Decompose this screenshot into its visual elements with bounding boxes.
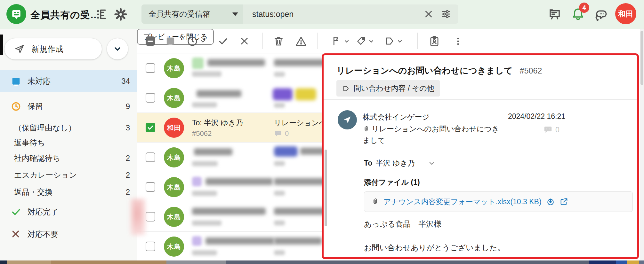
redacted-text — [274, 103, 285, 108]
spam-warning-icon[interactable] — [295, 35, 307, 47]
toolbar-divider — [417, 33, 418, 49]
compose-button[interactable]: 新規作成 — [4, 38, 102, 59]
sidebar-item-taiou-fuyou[interactable]: 対応不要 — [0, 225, 137, 243]
sidebar-item-escalation[interactable]: エスカレーション 2 — [0, 167, 137, 183]
divider — [324, 150, 637, 150]
flag-dropdown-icon[interactable] — [331, 36, 350, 46]
comment-icon — [274, 129, 282, 138]
recipient-row[interactable]: To 半沢 ゆき乃 — [364, 158, 435, 168]
paperclip-icon — [363, 126, 370, 133]
avatar: 木島 — [164, 207, 184, 227]
mark-done-icon[interactable] — [218, 36, 228, 46]
search-input[interactable]: status:open — [252, 10, 294, 19]
avatar: 木島 — [164, 237, 184, 257]
select-all-checkbox[interactable] — [146, 36, 155, 46]
avatar: 木島 — [164, 177, 184, 197]
sidebar: 新規作成 未対応 34 保留 9 （保留理由なし） 3 返事待ち 社内確認待ち — [0, 29, 137, 260]
message-sender-name: 株式会社インゲージ — [363, 112, 430, 122]
redacted-text — [194, 148, 232, 155]
compose-label: 新規作成 — [31, 44, 63, 54]
chat-icon[interactable] — [594, 8, 608, 22]
sidebar-item-horyu[interactable]: 保留 9 — [0, 97, 137, 115]
board-logo-icon — [11, 9, 22, 19]
list-item[interactable]: 木島 — [137, 143, 324, 172]
announcement-board-icon[interactable] — [548, 8, 561, 21]
check-icon — [147, 124, 154, 131]
redacted-text — [192, 191, 217, 196]
category-dropdown-icon[interactable] — [384, 36, 403, 46]
list-item[interactable]: 木島 — [137, 83, 324, 113]
row-checkbox[interactable] — [146, 242, 155, 251]
workspace-switcher-icon[interactable] — [95, 8, 108, 20]
search-filters-icon[interactable] — [440, 9, 451, 19]
list-item[interactable]: 木島 — [137, 172, 324, 202]
sidebar-item-label: （保留理由なし） — [14, 123, 76, 133]
search-inbox-select[interactable]: 全員共有の受信箱 — [141, 4, 243, 24]
list-item[interactable]: 木島 — [137, 232, 324, 260]
redacted-text — [274, 221, 285, 225]
sidebar-item-shanai-kakunin[interactable]: 社内確認待ち 2 — [0, 151, 137, 166]
comment-icon — [543, 125, 553, 135]
compose-dropdown-button[interactable] — [107, 38, 128, 59]
sidebar-item-label: 社内確認待ち — [14, 153, 60, 163]
sidebar-item-label: エスカレーション — [14, 170, 77, 180]
message-datetime: 2024/02/22 16:21 — [508, 112, 565, 121]
to-label: To — [364, 159, 372, 167]
redacted-tag — [274, 146, 298, 157]
avatar: 木島 — [164, 147, 184, 167]
clock-icon — [11, 101, 21, 112]
row-checkbox[interactable] — [146, 212, 155, 221]
gear-icon[interactable] — [114, 8, 127, 21]
sidebar-item-horyu-no-reason[interactable]: （保留理由なし） 3 — [0, 120, 137, 136]
redacted-marker — [131, 199, 145, 235]
redacted-text — [274, 237, 322, 245]
row-checkbox-checked[interactable] — [146, 123, 155, 132]
sidebar-item-henpin-koukan[interactable]: 返品・交換 2 — [0, 184, 137, 200]
redacted-tag — [273, 88, 293, 100]
send-icon — [343, 115, 352, 124]
row-checkbox[interactable] — [146, 182, 155, 192]
sidebar-item-taiou-kanryou[interactable]: 対応完了 — [0, 203, 137, 221]
snooze-dropdown-icon[interactable] — [187, 35, 206, 47]
tag-dropdown-icon[interactable] — [356, 36, 374, 46]
row-checkbox[interactable] — [146, 63, 155, 73]
message-body-line: あっぷる食品 半沢様 — [364, 219, 441, 229]
window-edge — [0, 35, 3, 55]
message-list: 木島 木島 和田 To: 半沢 ゆき乃 #5062 リレーションへの 0 木島 — [137, 53, 324, 260]
window-scrollbar-thumb[interactable] — [640, 31, 643, 85]
download-icon[interactable] — [546, 197, 555, 206]
avatar: 木島 — [164, 58, 184, 78]
row-checkbox[interactable] — [146, 93, 155, 103]
preview-scrollbar[interactable] — [325, 150, 327, 226]
sidebar-item-label: 未対応 — [28, 76, 51, 86]
redacted-text — [192, 208, 266, 215]
attachment-item: アナウンス内容変更フォーマット.xlsx(10.3 KB) — [364, 191, 633, 212]
attachment-link[interactable]: アナウンス内容変更フォーマット.xlsx(10.3 KB) — [383, 197, 542, 207]
app-logo[interactable] — [6, 4, 26, 24]
open-external-icon[interactable] — [559, 197, 568, 206]
sidebar-item-henjimachi[interactable]: 返事待ち — [0, 135, 137, 151]
list-item-selected[interactable]: 和田 To: 半沢 ゆき乃 #5062 リレーションへの 0 — [137, 113, 324, 143]
redacted-text — [192, 71, 221, 77]
list-item[interactable]: 木島 — [137, 202, 324, 232]
user-avatar[interactable]: 和田 — [615, 3, 636, 24]
clear-search-icon[interactable] — [424, 9, 433, 19]
sidebar-item-count: 3 — [126, 123, 130, 132]
trash-icon[interactable] — [273, 35, 284, 47]
inbox-icon — [11, 76, 21, 86]
more-options-icon[interactable] — [453, 36, 463, 46]
check-icon — [11, 207, 21, 217]
attachments-heading: 添付ファイル (1) — [364, 177, 420, 187]
row-checkbox[interactable] — [146, 152, 155, 162]
move-to-inbox-icon[interactable] — [165, 36, 176, 46]
sidebar-item-label: 保留 — [28, 101, 43, 112]
assign-person-icon[interactable] — [428, 35, 440, 47]
sidebar-item-mitaiou[interactable]: 未対応 34 — [0, 70, 137, 92]
redacted-text — [192, 250, 217, 255]
row-comment-count: 0 — [274, 129, 289, 138]
list-item[interactable]: 木島 — [137, 53, 324, 83]
redacted-tag — [192, 177, 202, 186]
category-chip[interactable]: 問い合わせ内容 / その他 — [336, 80, 440, 97]
paperclip-icon — [371, 198, 379, 206]
mark-unneeded-icon[interactable] — [239, 36, 249, 46]
